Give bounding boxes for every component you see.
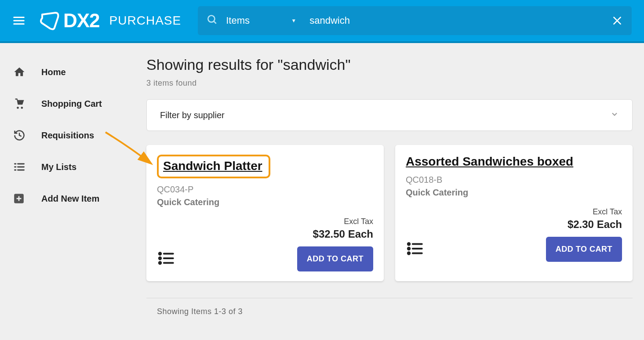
svg-point-18 [159, 253, 161, 255]
cart-icon [13, 98, 31, 110]
sidebar-item-home[interactable]: Home [0, 56, 135, 88]
sidebar: Home Shopping Cart Requisitions My Lists… [0, 43, 135, 340]
add-to-cart-button[interactable]: ADD TO CART [297, 246, 373, 271]
chevron-down-icon: ▼ [291, 18, 296, 24]
svg-point-20 [159, 262, 161, 264]
results-cards: Sandwich Platter QC034-P Quick Catering … [146, 145, 633, 281]
annotation-highlight: Sandwich Platter [157, 155, 270, 178]
close-icon [611, 15, 623, 26]
svg-point-26 [408, 252, 410, 254]
search-type-label: Items [226, 15, 250, 26]
item-price: $2.30 Each [406, 218, 622, 231]
sidebar-item-cart[interactable]: Shopping Cart [0, 88, 135, 119]
history-icon [13, 129, 31, 141]
list-icon [13, 161, 31, 173]
item-supplier: Quick Catering [406, 188, 622, 198]
sidebar-item-label: Requisitions [41, 130, 94, 141]
bulleted-list-icon [406, 239, 424, 258]
clear-search-button[interactable] [611, 15, 623, 26]
item-code: QC018-B [406, 175, 622, 185]
brand-logo[interactable]: DX2 PURCHASE [39, 10, 181, 32]
result-card: Assorted Sandwiches boxed QC018-B Quick … [395, 145, 633, 281]
svg-point-3 [208, 15, 215, 22]
results-count: 3 items found [146, 79, 633, 88]
sidebar-item-my-lists[interactable]: My Lists [0, 151, 135, 183]
item-supplier: Quick Catering [157, 197, 373, 207]
brand-name: DX2 [63, 10, 100, 32]
sidebar-item-requisitions[interactable]: Requisitions [0, 119, 135, 151]
hamburger-icon [12, 14, 25, 27]
sidebar-item-label: My Lists [41, 162, 76, 172]
sidebar-item-label: Home [41, 67, 66, 77]
add-to-list-button[interactable] [406, 239, 424, 260]
menu-button[interactable] [12, 14, 25, 27]
search-icon [207, 14, 218, 27]
svg-point-19 [159, 257, 161, 259]
add-icon [13, 193, 31, 204]
item-price: $32.50 Each [157, 228, 373, 240]
home-icon [13, 66, 31, 78]
main-content: Showing results for "sandwich" 3 items f… [135, 43, 644, 340]
add-to-cart-button[interactable]: ADD TO CART [546, 237, 622, 262]
result-card: Sandwich Platter QC034-P Quick Catering … [146, 145, 384, 281]
tax-label: Excl Tax [157, 217, 373, 226]
search-bar: Items ▼ [198, 6, 632, 35]
item-title-link[interactable]: Assorted Sandwiches boxed [406, 155, 573, 169]
search-type-dropdown[interactable]: Items ▼ [226, 15, 296, 26]
svg-point-7 [17, 107, 19, 109]
item-title-link[interactable]: Sandwich Platter [163, 159, 262, 173]
svg-point-25 [408, 247, 410, 250]
tax-label: Excl Tax [406, 207, 622, 217]
svg-point-24 [408, 243, 410, 245]
results-title: Showing results for "sandwich" [146, 56, 633, 73]
results-footer: Showing Items 1-3 of 3 [146, 298, 633, 316]
item-code: QC034-P [157, 184, 373, 195]
sidebar-item-add-new[interactable]: Add New Item [0, 183, 135, 214]
app-header: DX2 PURCHASE Items ▼ [0, 0, 644, 41]
filter-supplier-dropdown[interactable]: Filter by supplier [146, 99, 633, 131]
logo-icon [39, 10, 60, 31]
svg-point-8 [21, 107, 23, 109]
sidebar-item-label: Add New Item [41, 194, 99, 204]
module-name: PURCHASE [109, 14, 182, 28]
svg-line-4 [214, 21, 216, 23]
chevron-down-icon [610, 110, 619, 121]
sidebar-item-label: Shopping Cart [41, 99, 102, 109]
filter-label: Filter by supplier [160, 110, 225, 120]
add-to-list-button[interactable] [157, 249, 175, 269]
bulleted-list-icon [157, 249, 175, 268]
search-input[interactable] [296, 15, 611, 26]
